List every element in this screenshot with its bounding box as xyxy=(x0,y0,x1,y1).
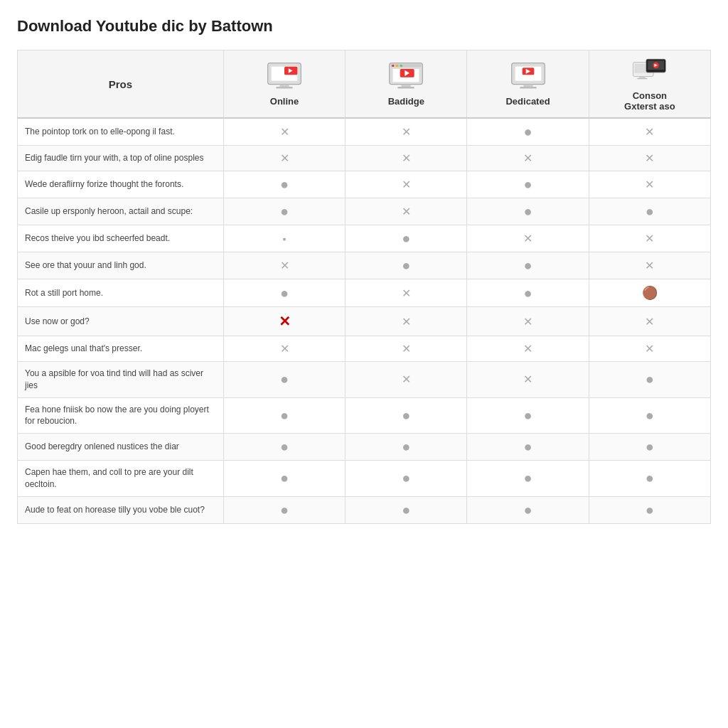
dedicated-icon-area: Dedicated xyxy=(474,62,581,107)
badidge-cell: ● xyxy=(346,461,467,497)
badidge-cell: ✕ xyxy=(346,198,467,225)
table-row: You a apsible for voa tind tind will had… xyxy=(18,362,711,398)
badidge-cell: ✕ xyxy=(346,307,467,336)
dedicated-cell: ● xyxy=(467,397,589,434)
table-row: See ore that youur and linh god. ✕ ● ● ✕ xyxy=(18,252,711,279)
online-monitor-icon xyxy=(267,62,302,90)
svg-rect-28 xyxy=(639,77,646,78)
comparison-table: Pros Online xyxy=(17,50,711,524)
conson-cell: ● xyxy=(589,434,710,461)
online-cell: ● xyxy=(223,171,345,198)
badidge-icon-area: Badidge xyxy=(353,62,459,107)
badidge-cell: ✕ xyxy=(346,279,467,307)
dedicated-cell: ● xyxy=(467,496,589,523)
table-row: Rot a still port home. ● ✕ ● 🟤 xyxy=(18,279,711,307)
svg-rect-21 xyxy=(520,87,536,89)
dedicated-cell: ✕ xyxy=(467,362,589,398)
conson-cell: ✕ xyxy=(589,307,710,336)
table-row: Recos theive you ibd scheerfed beadt. ▪ … xyxy=(18,225,711,252)
online-cell: ● xyxy=(223,496,345,523)
pros-column-header: Pros xyxy=(18,50,224,119)
conson-cell: ✕ xyxy=(589,252,710,279)
svg-rect-14 xyxy=(402,84,411,86)
conson-monitor-icon xyxy=(632,56,668,85)
table-row: Use now or god? ✕ ✕ ✕ ✕ xyxy=(18,307,711,336)
dedicated-cell: ● xyxy=(467,171,589,198)
table-row: Casile up ersponly heroon, actail and sc… xyxy=(18,198,711,225)
conson-cell: ✕ xyxy=(589,118,710,146)
online-cell: ✕ xyxy=(223,146,345,171)
online-label: Online xyxy=(270,96,299,107)
row-label: Use now or god? xyxy=(18,307,224,336)
badidge-monitor-icon xyxy=(388,62,424,90)
conson-cell: ✕ xyxy=(589,171,710,198)
badidge-cell: ✕ xyxy=(346,362,467,398)
badidge-cell: ● xyxy=(346,225,467,252)
dedicated-cell: ● xyxy=(467,279,589,307)
online-cell: ✕ xyxy=(223,252,345,279)
svg-point-9 xyxy=(396,64,398,66)
row-label: Fea hone fniisk bo now the are you doing… xyxy=(18,397,224,434)
badidge-cell: ✕ xyxy=(346,146,467,171)
conson-cell: ● xyxy=(589,496,710,523)
online-cell: ● xyxy=(223,397,345,434)
dedicated-cell: ✕ xyxy=(467,146,589,171)
online-column-header: Online xyxy=(223,50,345,119)
online-cell: ● xyxy=(223,434,345,461)
row-label: Wede deraflirny forize thought the foron… xyxy=(18,171,224,198)
row-label: Edig faudle tirn your with, a top of oli… xyxy=(18,146,224,171)
dedicated-cell: ● xyxy=(467,118,589,146)
conson-column-header: ConsonGxterst aso xyxy=(589,50,710,119)
badidge-cell: ✕ xyxy=(346,336,467,362)
conson-cell: ● xyxy=(589,198,710,225)
conson-cell: ● xyxy=(589,461,710,497)
online-cell: ✕ xyxy=(223,118,345,146)
row-label: Rot a still port home. xyxy=(18,279,224,307)
row-label: Aude to feat on horease tilly you vobe b… xyxy=(18,496,224,523)
table-row: Aude to feat on horease tilly you vobe b… xyxy=(18,496,711,523)
row-label: See ore that youur and linh god. xyxy=(18,252,224,279)
svg-point-8 xyxy=(392,64,394,66)
table-row: Capen hae them, and coll to pre are your… xyxy=(18,461,711,497)
dedicated-cell: ● xyxy=(467,252,589,279)
svg-rect-15 xyxy=(398,87,414,89)
badidge-cell: ✕ xyxy=(346,118,467,146)
online-cell: ✕ xyxy=(223,307,345,336)
badidge-cell: ✕ xyxy=(346,171,467,198)
online-cell: ● xyxy=(223,362,345,398)
dedicated-cell: ● xyxy=(467,461,589,497)
svg-point-10 xyxy=(400,64,402,66)
row-label: Capen hae them, and coll to pre are your… xyxy=(18,461,224,497)
row-label: You a apsible for voa tind tind will had… xyxy=(18,362,224,398)
row-label: Good beregdry onlened nustices the diar xyxy=(18,434,224,461)
conson-cell: ✕ xyxy=(589,336,710,362)
badidge-cell: ● xyxy=(346,397,467,434)
table-row: Good beregdry onlened nustices the diar … xyxy=(18,434,711,461)
svg-rect-20 xyxy=(523,84,532,86)
dedicated-cell: ✕ xyxy=(467,307,589,336)
conson-label: ConsonGxterst aso xyxy=(624,90,675,112)
table-row: Mac gelegs unal that's presser. ✕ ✕ ✕ ✕ xyxy=(18,336,711,362)
online-cell: ● xyxy=(223,198,345,225)
table-row: Edig faudle tirn your with, a top of oli… xyxy=(18,146,711,171)
dedicated-cell: ● xyxy=(467,198,589,225)
table-row: Wede deraflirny forize thought the foron… xyxy=(18,171,711,198)
badidge-cell: ● xyxy=(346,496,467,523)
online-cell: ✕ xyxy=(223,336,345,362)
dedicated-label: Dedicated xyxy=(505,96,550,107)
conson-cell: ✕ xyxy=(589,146,710,171)
conson-cell: ● xyxy=(589,397,710,434)
row-label: Recos theive you ibd scheerfed beadt. xyxy=(18,225,224,252)
dedicated-cell: ✕ xyxy=(467,225,589,252)
badidge-label: Badidge xyxy=(388,96,424,107)
dedicated-cell: ● xyxy=(467,434,589,461)
page-title: Download Youtube dic by Battown xyxy=(17,17,711,36)
table-body: The pointop tork on to elle-opong il fas… xyxy=(18,118,711,523)
svg-rect-7 xyxy=(391,64,422,67)
row-label: The pointop tork on to elle-opong il fas… xyxy=(18,118,224,146)
svg-rect-3 xyxy=(276,87,292,89)
table-row: Fea hone fniisk bo now the are you doing… xyxy=(18,397,711,434)
svg-rect-29 xyxy=(637,78,647,79)
table-header-row: Pros Online xyxy=(18,50,711,119)
table-row: The pointop tork on to elle-opong il fas… xyxy=(18,118,711,146)
